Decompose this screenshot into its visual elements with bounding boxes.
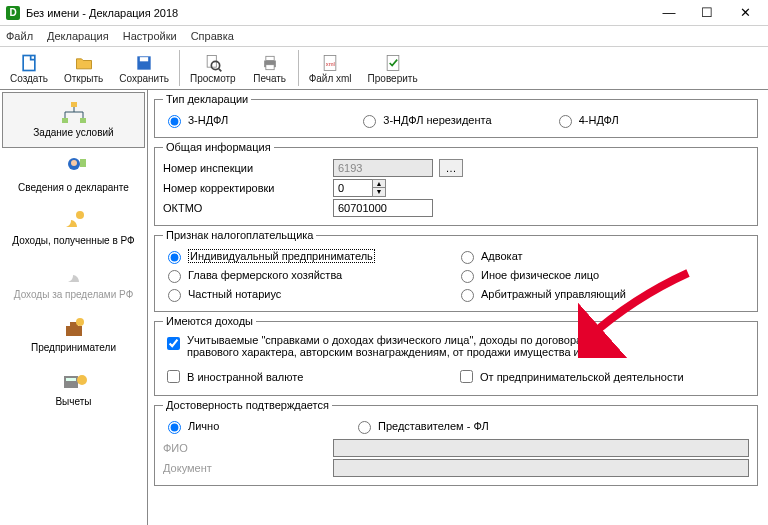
radio-ip-label: Индивидуальный предприниматель <box>188 249 375 263</box>
svg-rect-17 <box>80 159 86 167</box>
minimize-button[interactable]: — <box>650 2 688 24</box>
radio-personal-label: Лично <box>188 420 219 432</box>
radio-representative[interactable]: Представителем - ФЛ <box>353 418 489 434</box>
create-button[interactable]: Создать <box>2 51 56 86</box>
check-spravka-input[interactable] <box>167 337 180 350</box>
fio-label: ФИО <box>163 442 333 454</box>
menu-declaration[interactable]: Декларация <box>47 30 109 42</box>
radio-lawyer[interactable]: Адвокат <box>456 248 749 264</box>
close-button[interactable]: ✕ <box>726 2 764 24</box>
oktmo-label: ОКТМО <box>163 202 333 214</box>
radio-representative-input[interactable] <box>358 421 371 434</box>
radio-4ndfl-input[interactable] <box>559 115 572 128</box>
check-icon <box>383 53 403 73</box>
radio-other-person[interactable]: Иное физическое лицо <box>456 267 749 283</box>
folder-open-icon <box>74 53 94 73</box>
check-entrepreneur-input[interactable] <box>460 370 473 383</box>
save-button[interactable]: Сохранить <box>111 51 177 86</box>
check-foreign-input[interactable] <box>167 370 180 383</box>
toolbar-separator <box>179 50 180 86</box>
check-spravka-label: Учитываемые "справками о доходах физичес… <box>187 334 647 358</box>
svg-rect-13 <box>62 118 68 123</box>
radio-personal-input[interactable] <box>168 421 181 434</box>
declarant-icon <box>58 154 90 182</box>
inspection-browse-button[interactable]: … <box>439 159 463 177</box>
radio-notary[interactable]: Частный нотариус <box>163 286 456 302</box>
radio-4ndfl[interactable]: 4-НДФЛ <box>554 112 749 128</box>
create-label: Создать <box>10 73 48 84</box>
open-label: Открыть <box>64 73 103 84</box>
preview-icon <box>203 53 223 73</box>
check-spravka[interactable]: Учитываемые "справками о доходах физичес… <box>163 334 749 358</box>
group-confirmation: Достоверность подтверждается Лично Предс… <box>154 399 758 486</box>
radio-3ndfl-nr[interactable]: 3-НДФЛ нерезидента <box>358 112 553 128</box>
svg-rect-23 <box>66 378 76 381</box>
group-general: Общая информация Номер инспекции … Номер… <box>154 141 758 226</box>
svg-rect-19 <box>66 326 82 336</box>
xml-button[interactable]: xml Файл xml <box>301 51 360 86</box>
radio-arbitration-input[interactable] <box>461 289 474 302</box>
main-panel: Тип декларации 3-НДФЛ 3-НДФЛ нерезидента… <box>148 90 768 525</box>
radio-notary-input[interactable] <box>168 289 181 302</box>
radio-notary-label: Частный нотариус <box>188 288 281 300</box>
radio-personal[interactable]: Лично <box>163 418 353 434</box>
doc-input[interactable] <box>333 459 749 477</box>
inspection-input[interactable] <box>333 159 433 177</box>
check-foreign[interactable]: В иностранной валюте <box>163 367 456 386</box>
toolbar-separator-2 <box>298 50 299 86</box>
sidebar-item-conditions[interactable]: Задание условий <box>2 92 145 148</box>
print-icon <box>260 53 280 73</box>
menu-file[interactable]: Файл <box>6 30 33 42</box>
radio-farm[interactable]: Глава фермерского хозяйства <box>163 267 456 283</box>
svg-point-24 <box>77 375 87 385</box>
radio-3ndfl[interactable]: 3-НДФЛ <box>163 112 358 128</box>
fio-input[interactable] <box>333 439 749 457</box>
group-taxpayer-legend: Признак налогоплательщика <box>163 229 316 241</box>
sidebar-item-deductions[interactable]: Вычеты <box>2 362 145 416</box>
window-controls: — ☐ ✕ <box>650 2 764 24</box>
check-button[interactable]: Проверить <box>360 51 426 86</box>
radio-3ndfl-nr-input[interactable] <box>363 115 376 128</box>
radio-representative-label: Представителем - ФЛ <box>378 420 489 432</box>
income-abroad-icon <box>58 261 90 289</box>
group-confirmation-legend: Достоверность подтверждается <box>163 399 332 411</box>
correction-input[interactable] <box>333 179 373 197</box>
conditions-icon <box>58 99 90 127</box>
radio-ip-input[interactable] <box>168 251 181 264</box>
svg-rect-7 <box>266 56 274 60</box>
sidebar-item-income-abroad[interactable]: Доходы за пределами РФ <box>2 255 145 309</box>
check-entrepreneur[interactable]: От предпринимательской деятельности <box>456 367 749 386</box>
sidebar-item-declarant[interactable]: Сведения о декларанте <box>2 148 145 202</box>
svg-rect-2 <box>140 57 148 61</box>
app-icon: D <box>6 6 20 20</box>
group-general-legend: Общая информация <box>163 141 274 153</box>
group-decl-type: Тип декларации 3-НДФЛ 3-НДФЛ нерезидента… <box>154 93 758 138</box>
svg-rect-22 <box>64 376 78 388</box>
save-icon <box>134 53 154 73</box>
sidebar-item-entrepreneurs[interactable]: Предприниматели <box>2 308 145 362</box>
svg-point-18 <box>76 211 84 219</box>
preview-button[interactable]: Просмотр <box>182 51 244 86</box>
menu-help[interactable]: Справка <box>191 30 234 42</box>
radio-ip[interactable]: Индивидуальный предприниматель <box>163 248 456 264</box>
radio-lawyer-input[interactable] <box>461 251 474 264</box>
oktmo-input[interactable] <box>333 199 433 217</box>
spin-up-button[interactable]: ▲ <box>372 179 386 188</box>
radio-arbitration[interactable]: Арбитражный управляющий <box>456 286 749 302</box>
income-rf-icon <box>58 207 90 235</box>
radio-other-person-input[interactable] <box>461 270 474 283</box>
maximize-button[interactable]: ☐ <box>688 2 726 24</box>
radio-lawyer-label: Адвокат <box>481 250 523 262</box>
print-button[interactable]: Печать <box>244 51 296 86</box>
open-button[interactable]: Открыть <box>56 51 111 86</box>
sidebar-item-income-rf[interactable]: Доходы, полученные в РФ <box>2 201 145 255</box>
menu-settings[interactable]: Настройки <box>123 30 177 42</box>
check-foreign-label: В иностранной валюте <box>187 371 303 383</box>
spin-down-button[interactable]: ▼ <box>372 188 386 197</box>
svg-point-21 <box>76 318 84 326</box>
sidebar-entrepreneurs-label: Предприниматели <box>31 342 116 354</box>
radio-farm-input[interactable] <box>168 270 181 283</box>
svg-rect-11 <box>387 55 399 70</box>
menu-bar: Файл Декларация Настройки Справка <box>0 26 768 46</box>
radio-3ndfl-input[interactable] <box>168 115 181 128</box>
